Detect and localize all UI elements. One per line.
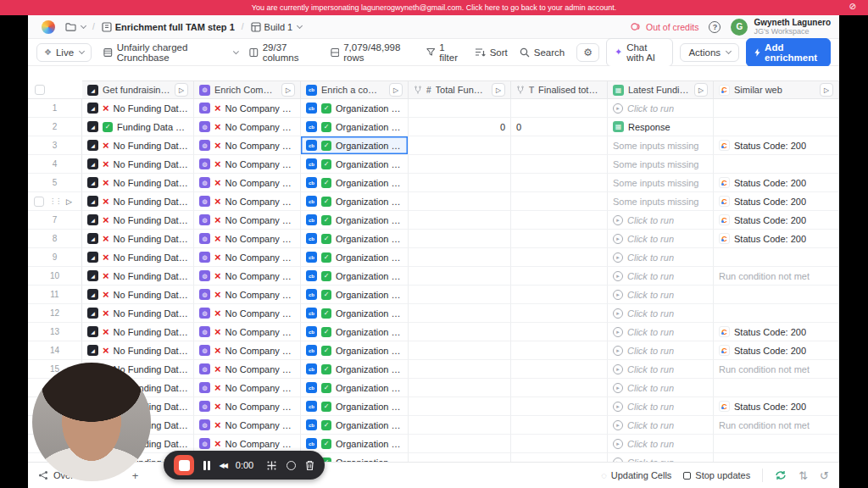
fundraising-cell[interactable]: ×No Funding Data Fo... (82, 211, 194, 230)
breadcrumb-workbook[interactable]: Enrichment full TAM step 1 (98, 20, 238, 34)
enrich-org-cell[interactable]: cb✓Organization found (301, 435, 409, 453)
enrich-company-cell[interactable]: ×No Company Found (194, 174, 301, 192)
similarweb-cell[interactable]: Status Code: 200 (714, 136, 839, 155)
fundraising-cell[interactable]: ×No Funding Data Fo... (82, 192, 194, 211)
enrich-company-cell[interactable]: ×No Company Found (194, 192, 301, 211)
banner-mute-icon[interactable]: ⊘ (849, 3, 856, 11)
enrich-org-cell[interactable]: cb✓Organization found (301, 379, 409, 397)
latest-funding-cell[interactable]: Some inputs missing (608, 192, 714, 211)
similarweb-cell[interactable]: Run condition not met (714, 416, 839, 435)
total-funding-cell[interactable] (409, 192, 511, 211)
row-checkbox[interactable] (34, 197, 44, 207)
finalised-funding-cell[interactable]: 0 (511, 118, 608, 136)
enrich-org-cell[interactable]: cb✓Organization found (301, 136, 409, 155)
similarweb-cell[interactable] (714, 99, 839, 118)
total-funding-cell[interactable] (409, 230, 511, 248)
enrich-company-cell[interactable]: ×No Company Found (194, 136, 301, 155)
column-header-enrich-company-3-[interactable]: Enrich Company (3)▷ (194, 80, 301, 99)
finalised-funding-cell[interactable] (511, 304, 608, 323)
similarweb-cell[interactable] (714, 248, 839, 267)
enrich-org-cell[interactable]: cb✓Organization found (301, 155, 409, 174)
add-enrichment-button[interactable]: Add enrichment (746, 38, 831, 67)
enrich-company-cell[interactable]: ×No Company Found (194, 416, 301, 435)
total-funding-cell[interactable] (409, 360, 511, 379)
row-number[interactable]: 12 (28, 304, 82, 323)
workspace-folder-button[interactable] (62, 20, 89, 33)
similarweb-cell[interactable] (714, 118, 839, 136)
latest-funding-cell[interactable]: ▸Click to run (608, 397, 714, 416)
fundraising-cell[interactable]: ×No Funding Data Fo... (82, 155, 194, 174)
total-funding-cell[interactable] (409, 99, 511, 118)
total-funding-cell[interactable] (409, 397, 511, 416)
fundraising-cell[interactable]: ✓Funding Data Found (82, 118, 194, 136)
enrich-org-cell[interactable]: cb✓Organization found (301, 416, 409, 435)
latest-funding-cell[interactable]: ▸Click to run (608, 341, 714, 360)
total-funding-cell[interactable] (409, 453, 511, 462)
restart-recording-icon[interactable]: ◀◀ (220, 462, 226, 469)
column-header-latest-funding-roun[interactable]: Latest Funding Roun▷ (608, 80, 714, 99)
stop-updates-button[interactable]: Stop updates (683, 470, 750, 480)
enrich-org-cell[interactable]: cb✓Organization found (301, 267, 409, 286)
latest-funding-cell[interactable]: ▸Click to run (608, 267, 714, 286)
fundraising-cell[interactable]: ×No Funding Data Fo... (82, 304, 194, 323)
enrich-org-cell[interactable]: cb✓Organization found (301, 230, 409, 248)
fundraising-cell[interactable]: ×No Funding Data Fo... (82, 267, 194, 286)
total-funding-cell[interactable] (409, 341, 511, 360)
webcam-overlay[interactable] (32, 363, 151, 481)
similarweb-cell[interactable]: Status Code: 200 (714, 341, 839, 360)
enrich-org-cell[interactable]: cb✓Organization found (301, 341, 409, 360)
enrich-org-cell[interactable]: cb✓Organization found (301, 99, 409, 118)
total-funding-cell[interactable] (409, 155, 511, 174)
out-of-credits-badge[interactable]: Out of credits (631, 22, 698, 32)
latest-funding-cell[interactable]: Response (608, 118, 714, 136)
enrich-company-cell[interactable]: ×No Company Found (194, 341, 301, 360)
similarweb-cell[interactable] (714, 379, 839, 397)
enrich-company-cell[interactable]: ×No Company Found (194, 360, 301, 379)
latest-funding-cell[interactable]: ▸Click to run (608, 211, 714, 230)
finalised-funding-cell[interactable] (511, 435, 608, 453)
help-icon[interactable]: ? (709, 21, 721, 33)
column-header-enrich-a-company-s-f[interactable]: cbEnrich a company's f▷ (301, 80, 409, 99)
total-funding-cell[interactable] (409, 379, 511, 397)
total-funding-cell[interactable] (409, 304, 511, 323)
live-toggle[interactable]: ❖ Live (36, 43, 92, 62)
fundraising-cell[interactable]: ×No Funding Data Fo... (82, 323, 194, 341)
latest-funding-cell[interactable]: ▸Click to run (608, 248, 714, 267)
impersonation-message[interactable]: You are currently impersonating lagunero… (252, 3, 617, 12)
finalised-funding-cell[interactable] (511, 323, 608, 341)
finalised-funding-cell[interactable] (511, 136, 608, 155)
row-number[interactable]: 4 (28, 155, 82, 174)
similarweb-cell[interactable]: Status Code: 200 (714, 397, 839, 416)
column-header-finalised-total-fundi[interactable]: TFinalised total Fundi (511, 80, 608, 99)
total-funding-cell[interactable] (409, 435, 511, 453)
rows-button[interactable]: 7,079/48,998 rows (331, 42, 415, 63)
row-number[interactable]: 13 (28, 323, 82, 341)
total-funding-cell[interactable] (409, 174, 511, 192)
select-all-cell[interactable] (28, 80, 82, 99)
settings-button[interactable]: ⚙ (576, 43, 599, 62)
enrich-company-cell[interactable]: ×No Company Found (194, 248, 301, 267)
blur-tool-icon[interactable] (266, 460, 277, 471)
latest-funding-cell[interactable]: ▸Click to run (608, 435, 714, 453)
search-button[interactable]: Search (520, 47, 565, 58)
finalised-funding-cell[interactable] (511, 99, 608, 118)
fundraising-cell[interactable]: ×No Funding Data Fo... (82, 230, 194, 248)
stop-recording-button[interactable] (174, 455, 194, 475)
sort-button[interactable]: Sort (475, 47, 508, 58)
latest-funding-cell[interactable]: ▸Click to run (608, 286, 714, 304)
enrich-company-cell[interactable]: ×No Company Found (194, 230, 301, 248)
similarweb-cell[interactable]: Run condition not met (714, 267, 839, 286)
refresh-icon[interactable] (775, 470, 787, 480)
run-column-button[interactable]: ▷ (175, 83, 188, 97)
table-selector[interactable]: Unfairly charged Crunchbase (103, 42, 237, 63)
finalised-funding-cell[interactable] (511, 211, 608, 230)
total-funding-cell[interactable]: 0 (409, 118, 511, 136)
total-funding-cell[interactable] (409, 267, 511, 286)
finalised-funding-cell[interactable] (511, 192, 608, 211)
finalised-funding-cell[interactable] (511, 267, 608, 286)
latest-funding-cell[interactable]: ▸Click to run (608, 453, 714, 462)
enrich-company-cell[interactable]: ×No Company Found (194, 155, 301, 174)
enrich-company-cell[interactable]: ×No Company Found (194, 118, 301, 136)
finalised-funding-cell[interactable] (511, 453, 608, 462)
enrich-company-cell[interactable]: ×No Company Found (194, 304, 301, 323)
